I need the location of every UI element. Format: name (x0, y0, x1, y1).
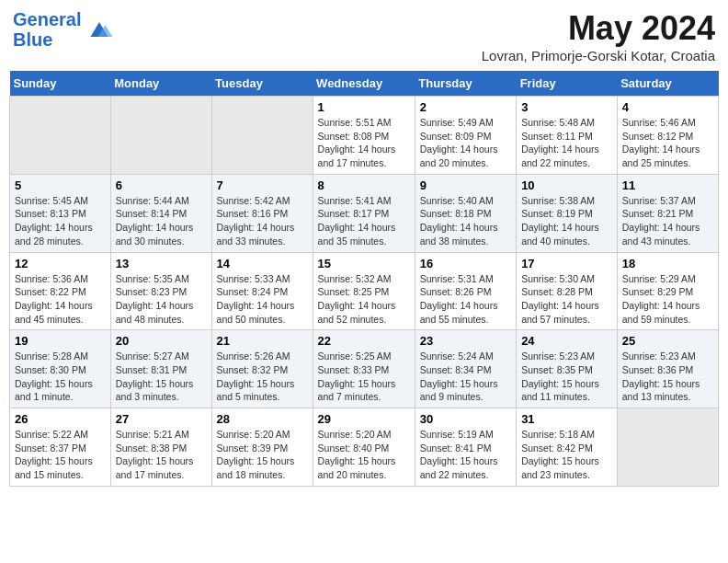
calendar-cell: 4Sunrise: 5:46 AM Sunset: 8:12 PM Daylig… (617, 97, 718, 175)
day-number: 2 (420, 100, 511, 114)
day-info: Sunrise: 5:38 AM Sunset: 8:19 PM Dayligh… (521, 194, 612, 248)
calendar-cell: 28Sunrise: 5:20 AM Sunset: 8:39 PM Dayli… (211, 408, 313, 487)
calendar-cell: 10Sunrise: 5:38 AM Sunset: 8:19 PM Dayli… (517, 174, 618, 252)
day-info: Sunrise: 5:48 AM Sunset: 8:11 PM Dayligh… (521, 116, 612, 170)
page-header: General Blue May 2024 Lovran, Primorje-G… (9, 9, 719, 63)
header-sunday: Sunday (10, 71, 111, 97)
calendar-cell (110, 97, 211, 175)
calendar-cell: 29Sunrise: 5:20 AM Sunset: 8:40 PM Dayli… (313, 408, 415, 487)
day-info: Sunrise: 5:45 AM Sunset: 8:13 PM Dayligh… (15, 194, 106, 248)
day-info: Sunrise: 5:22 AM Sunset: 8:37 PM Dayligh… (15, 428, 106, 482)
day-number: 30 (420, 412, 511, 426)
calendar-cell: 7Sunrise: 5:42 AM Sunset: 8:16 PM Daylig… (211, 174, 313, 252)
day-number: 18 (622, 257, 713, 270)
day-number: 8 (318, 178, 410, 192)
subtitle: Lovran, Primorje-Gorski Kotar, Croatia (482, 48, 715, 63)
calendar-cell: 23Sunrise: 5:24 AM Sunset: 8:34 PM Dayli… (415, 330, 516, 408)
day-number: 20 (116, 334, 207, 348)
calendar-cell: 27Sunrise: 5:21 AM Sunset: 8:38 PM Dayli… (110, 408, 211, 487)
calendar-cell: 26Sunrise: 5:22 AM Sunset: 8:37 PM Dayli… (10, 408, 111, 487)
day-info: Sunrise: 5:31 AM Sunset: 8:26 PM Dayligh… (420, 272, 511, 327)
day-info: Sunrise: 5:26 AM Sunset: 8:32 PM Dayligh… (217, 350, 308, 404)
day-info: Sunrise: 5:36 AM Sunset: 8:22 PM Dayligh… (15, 272, 106, 327)
week-row-2: 5Sunrise: 5:45 AM Sunset: 8:13 PM Daylig… (10, 174, 719, 252)
day-number: 3 (521, 100, 612, 114)
day-number: 17 (521, 257, 612, 270)
week-row-3: 12Sunrise: 5:36 AM Sunset: 8:22 PM Dayli… (10, 252, 719, 330)
day-info: Sunrise: 5:23 AM Sunset: 8:36 PM Dayligh… (622, 350, 713, 404)
day-number: 9 (420, 178, 511, 192)
week-row-4: 19Sunrise: 5:28 AM Sunset: 8:30 PM Dayli… (10, 330, 719, 408)
header-friday: Friday (517, 71, 618, 97)
day-number: 29 (318, 412, 410, 426)
day-number: 7 (217, 178, 308, 192)
day-info: Sunrise: 5:18 AM Sunset: 8:42 PM Dayligh… (521, 428, 612, 482)
calendar-cell: 15Sunrise: 5:32 AM Sunset: 8:25 PM Dayli… (313, 252, 415, 330)
day-info: Sunrise: 5:24 AM Sunset: 8:34 PM Dayligh… (420, 350, 511, 404)
day-info: Sunrise: 5:19 AM Sunset: 8:41 PM Dayligh… (420, 428, 511, 482)
calendar-cell: 13Sunrise: 5:35 AM Sunset: 8:23 PM Dayli… (110, 252, 211, 330)
day-info: Sunrise: 5:35 AM Sunset: 8:23 PM Dayligh… (116, 272, 207, 327)
day-number: 4 (622, 100, 713, 114)
calendar-table: SundayMondayTuesdayWednesdayThursdayFrid… (9, 71, 719, 487)
day-info: Sunrise: 5:20 AM Sunset: 8:40 PM Dayligh… (318, 428, 410, 482)
day-number: 14 (217, 257, 308, 270)
calendar-cell: 11Sunrise: 5:37 AM Sunset: 8:21 PM Dayli… (617, 174, 718, 252)
calendar-cell: 12Sunrise: 5:36 AM Sunset: 8:22 PM Dayli… (10, 252, 111, 330)
day-number: 10 (521, 178, 612, 192)
day-number: 21 (217, 334, 308, 348)
day-info: Sunrise: 5:44 AM Sunset: 8:14 PM Dayligh… (116, 194, 207, 248)
day-info: Sunrise: 5:30 AM Sunset: 8:28 PM Dayligh… (521, 272, 612, 327)
calendar-cell: 16Sunrise: 5:31 AM Sunset: 8:26 PM Dayli… (415, 252, 516, 330)
week-row-5: 26Sunrise: 5:22 AM Sunset: 8:37 PM Dayli… (10, 408, 719, 487)
calendar-cell (617, 408, 718, 487)
logo: General Blue (13, 9, 114, 50)
calendar-cell: 3Sunrise: 5:48 AM Sunset: 8:11 PM Daylig… (517, 97, 618, 175)
calendar-cell: 20Sunrise: 5:27 AM Sunset: 8:31 PM Dayli… (110, 330, 211, 408)
logo-text: General Blue (13, 9, 81, 50)
day-number: 12 (15, 257, 106, 270)
calendar-cell: 30Sunrise: 5:19 AM Sunset: 8:41 PM Dayli… (415, 408, 516, 487)
day-number: 11 (622, 178, 713, 192)
day-info: Sunrise: 5:46 AM Sunset: 8:12 PM Dayligh… (622, 116, 713, 170)
day-info: Sunrise: 5:21 AM Sunset: 8:38 PM Dayligh… (116, 428, 207, 482)
day-number: 31 (521, 412, 612, 426)
day-info: Sunrise: 5:33 AM Sunset: 8:24 PM Dayligh… (217, 272, 308, 327)
day-number: 26 (15, 412, 106, 426)
calendar-cell: 21Sunrise: 5:26 AM Sunset: 8:32 PM Dayli… (211, 330, 313, 408)
header-wednesday: Wednesday (313, 71, 415, 97)
day-info: Sunrise: 5:27 AM Sunset: 8:31 PM Dayligh… (116, 350, 207, 404)
calendar-cell: 9Sunrise: 5:40 AM Sunset: 8:18 PM Daylig… (415, 174, 516, 252)
calendar-cell: 5Sunrise: 5:45 AM Sunset: 8:13 PM Daylig… (10, 174, 111, 252)
day-info: Sunrise: 5:37 AM Sunset: 8:21 PM Dayligh… (622, 194, 713, 248)
day-info: Sunrise: 5:20 AM Sunset: 8:39 PM Dayligh… (217, 428, 308, 482)
main-title: May 2024 (482, 9, 715, 48)
day-number: 13 (116, 257, 207, 270)
header-monday: Monday (110, 71, 211, 97)
header-thursday: Thursday (415, 71, 516, 97)
day-number: 19 (15, 334, 106, 348)
day-number: 22 (318, 334, 410, 348)
day-number: 27 (116, 412, 207, 426)
calendar-cell: 17Sunrise: 5:30 AM Sunset: 8:28 PM Dayli… (517, 252, 618, 330)
day-number: 1 (318, 100, 410, 114)
calendar-cell: 18Sunrise: 5:29 AM Sunset: 8:29 PM Dayli… (617, 252, 718, 330)
header-tuesday: Tuesday (211, 71, 313, 97)
day-number: 25 (622, 334, 713, 348)
header-row: SundayMondayTuesdayWednesdayThursdayFrid… (10, 71, 719, 97)
calendar-cell (211, 97, 313, 175)
calendar-cell: 14Sunrise: 5:33 AM Sunset: 8:24 PM Dayli… (211, 252, 313, 330)
calendar-cell: 1Sunrise: 5:51 AM Sunset: 8:08 PM Daylig… (313, 97, 415, 175)
day-info: Sunrise: 5:49 AM Sunset: 8:09 PM Dayligh… (420, 116, 511, 170)
calendar-cell: 2Sunrise: 5:49 AM Sunset: 8:09 PM Daylig… (415, 97, 516, 175)
calendar-cell: 6Sunrise: 5:44 AM Sunset: 8:14 PM Daylig… (110, 174, 211, 252)
calendar-cell: 19Sunrise: 5:28 AM Sunset: 8:30 PM Dayli… (10, 330, 111, 408)
day-info: Sunrise: 5:32 AM Sunset: 8:25 PM Dayligh… (318, 272, 410, 327)
day-number: 23 (420, 334, 511, 348)
day-info: Sunrise: 5:51 AM Sunset: 8:08 PM Dayligh… (318, 116, 410, 170)
day-number: 24 (521, 334, 612, 348)
day-info: Sunrise: 5:40 AM Sunset: 8:18 PM Dayligh… (420, 194, 511, 248)
day-number: 6 (116, 178, 207, 192)
calendar-cell: 24Sunrise: 5:23 AM Sunset: 8:35 PM Dayli… (517, 330, 618, 408)
header-saturday: Saturday (617, 71, 718, 97)
